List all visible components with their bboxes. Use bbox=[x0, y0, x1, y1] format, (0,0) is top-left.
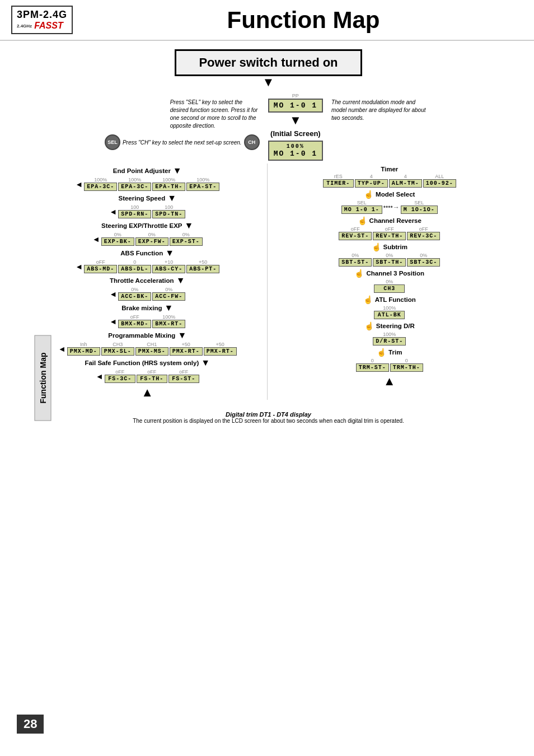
timer-section: Timer rES TIMER- 4 TYP-UP- 4 ALM-TM- bbox=[273, 166, 507, 188]
page-header: 3PM-2.4G 2.4GHz FASST Function Map bbox=[0, 0, 534, 41]
ch-button[interactable]: CH bbox=[244, 134, 260, 150]
abs-section: ABS Function ▼ ◄ oFF ABS-MD- 0 ABS-DL- +… bbox=[31, 248, 264, 273]
arrow-down-pp: ▼ bbox=[289, 114, 302, 127]
epa-lcds: ◄ 100% EPA-3C- 100% EPA-3C- 100% EPA-TH- bbox=[31, 177, 264, 191]
logo-box: 3PM-2.4G 2.4GHz FASST bbox=[11, 6, 73, 34]
fail-safe-section: Fail Safe Function (HRS system only) ▼ ◄… bbox=[31, 358, 264, 383]
steering-speed-section: Steering Speed ▼ ◄ 100 SPD-RN- 100 SPD-T… bbox=[31, 193, 264, 218]
bottom-arrow-up: ▲ bbox=[31, 385, 264, 400]
function-map-main: End Point Adjuster ▼ ◄ 100% EPA-3C- 100%… bbox=[31, 164, 506, 400]
thumb-up-icon: ☝ bbox=[364, 190, 373, 199]
brake-mixing-section: Brake mixing ▼ ◄ oFF BMX-MD- 100% BMX-RT… bbox=[31, 303, 264, 328]
function-map-left: End Point Adjuster ▼ ◄ 100% EPA-3C- 100%… bbox=[31, 164, 268, 400]
main-content: Power switch turned on ▼ Press "SEL" key… bbox=[0, 41, 534, 432]
ch-key-note: Press "CH" key to select the next set-up… bbox=[123, 139, 242, 146]
modulation-note: The current modulation mode and model nu… bbox=[331, 93, 432, 122]
end-point-adjuster-section: End Point Adjuster ▼ ◄ 100% EPA-3C- 100%… bbox=[31, 166, 264, 191]
initial-lcd: 100% MO 1-0 1 bbox=[268, 141, 323, 161]
right-arrow-up: ▲ bbox=[273, 374, 507, 389]
ghz-label: 2.4GHz bbox=[17, 24, 32, 29]
thumb-up-icon-sub: ☝ bbox=[372, 242, 381, 251]
atl-section: ☝ ATL Function 100% ATL-BK bbox=[273, 295, 507, 319]
top-section: Press "SEL" key to select the desired fu… bbox=[31, 93, 506, 161]
logo-model: 3PM-2.4G bbox=[17, 9, 67, 21]
dt-title: Digital trim DT1 - DT4 display bbox=[226, 411, 311, 418]
dt-text: The current position is displayed on the… bbox=[31, 418, 506, 424]
pp-lcd: MO 1-0 1 bbox=[268, 99, 323, 113]
sel-key-note: Press "SEL" key to select the desired fu… bbox=[170, 93, 260, 130]
pp-display-stack: PP MO 1-0 1 bbox=[268, 93, 323, 113]
channel3-section: ☝ Channel 3 Position 0% CH3 bbox=[273, 269, 507, 293]
thumb-up-icon-trim: ☝ bbox=[377, 348, 386, 357]
thumb-up-icon-ch3: ☝ bbox=[354, 269, 364, 278]
arrow-down-power: ▼ bbox=[263, 76, 275, 88]
logo-brand: 2.4GHz FASST bbox=[17, 21, 67, 31]
thumb-up-icon-dr: ☝ bbox=[364, 321, 374, 330]
exp-section: Steering EXP/Throttle EXP ▼ ◄ 0% EXP-BK-… bbox=[31, 221, 264, 246]
initial-screen-label: (Initial Screen) bbox=[270, 129, 321, 138]
subtrim-section: ☝ Subtrim 0% SBT-ST- 0% SBT-TH- 0% SBT-3… bbox=[273, 242, 507, 267]
prog-mixing-section: Programmable Mixing ▼ ◄ Inh PMX-MD- CH3 … bbox=[31, 330, 264, 356]
power-switch-label: Power switch turned on bbox=[175, 49, 362, 76]
page-number: 28 bbox=[17, 715, 44, 734]
channel-reverse-section: ☝ Channel Reverse oFF REV-ST- oFF REV-TH… bbox=[273, 216, 507, 240]
model-select-section: ☝ Model Select SEL MO 1-0 1- ••••→ SEL M… bbox=[273, 190, 507, 214]
epa-title: End Point Adjuster ▼ bbox=[31, 166, 264, 176]
digital-trim-note: Digital trim DT1 - DT4 display The curre… bbox=[31, 411, 506, 424]
steering-dr-section: ☝ Steering D/R 100% D/R-ST- bbox=[273, 321, 507, 346]
function-map-right: Timer rES TIMER- 4 TYP-UP- 4 ALM-TM- bbox=[270, 164, 507, 400]
thumb-up-icon-atl: ☝ bbox=[363, 295, 373, 304]
throttle-acc-section: Throttle Acceleration ▼ ◄ 0% ACC-BK- 0% … bbox=[31, 276, 264, 301]
sel-button[interactable]: SEL bbox=[105, 134, 120, 150]
thumb-up-icon-rev: ☝ bbox=[358, 216, 367, 225]
pp-label: PP bbox=[292, 93, 299, 99]
page-title: Function Map bbox=[84, 7, 523, 34]
trim-section: ☝ Trim 0 TRM-ST- 0 TRM-TH- bbox=[273, 348, 507, 372]
